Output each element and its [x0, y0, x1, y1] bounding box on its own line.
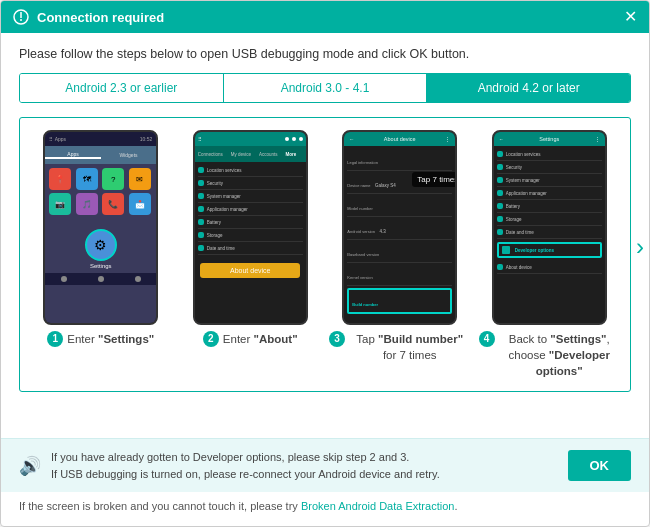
tab-android-42[interactable]: Android 4.2 or later [427, 74, 630, 102]
info-line2: If USB debugging is turned on, please re… [51, 468, 440, 480]
connection-icon [13, 9, 29, 25]
step-4-label: 4 Back to "Settings", choose "Developer … [479, 331, 621, 379]
window-title: Connection required [37, 10, 164, 25]
tab-android-30[interactable]: Android 3.0 - 4.1 [224, 74, 428, 102]
about-device-label: About device [200, 263, 300, 278]
build-number-label: Build number [352, 302, 378, 307]
step-4-num: 4 [479, 331, 495, 347]
close-button[interactable]: ✕ [624, 9, 637, 25]
titlebar-left: Connection required [13, 9, 164, 25]
phone-1: ⠿ Apps 10:52 Apps Widgets 📍 🗺 ? ✉ [43, 130, 158, 325]
step-2-label: 2 Enter "About" [203, 331, 298, 347]
footer: If the screen is broken and you cannot t… [1, 492, 649, 526]
step-3-num: 3 [329, 331, 345, 347]
phone-2-screen: ⠿ Connections My device Accounts More [195, 132, 306, 323]
footer-suffix: . [454, 500, 457, 512]
ok-button[interactable]: OK [568, 450, 632, 481]
step-3-label: 3 Tap "Build number" for 7 times [329, 331, 471, 363]
tap7-label: Tap 7 times [412, 172, 457, 187]
broken-android-link[interactable]: Broken Android Data Extraction [301, 500, 454, 512]
footer-prefix: If the screen is broken and you cannot t… [19, 500, 301, 512]
android-version-tabs: Android 2.3 or earlier Android 3.0 - 4.1… [19, 73, 631, 103]
steps-container: ⠿ Apps 10:52 Apps Widgets 📍 🗺 ? ✉ [19, 117, 631, 392]
step-1-num: 1 [47, 331, 63, 347]
step-3: ← About device ⋮ Legal information Devic… [329, 130, 471, 363]
svg-point-2 [20, 19, 22, 21]
subtitle-text: Please follow the steps below to open US… [19, 47, 631, 61]
step-2-num: 2 [203, 331, 219, 347]
phone-3: ← About device ⋮ Legal information Devic… [342, 130, 457, 325]
next-chevron[interactable]: › [636, 232, 644, 260]
main-window: Connection required ✕ Please follow the … [0, 0, 650, 527]
speaker-icon: 🔊 [19, 455, 41, 477]
info-text: If you have already gotten to Developer … [51, 449, 558, 482]
content-area: Please follow the steps below to open US… [1, 33, 649, 438]
step-1: ⠿ Apps 10:52 Apps Widgets 📍 🗺 ? ✉ [30, 130, 172, 347]
phone-4-screen: ← Settings ⋮ Location services Se [494, 132, 605, 323]
phone-1-screen: ⠿ Apps 10:52 Apps Widgets 📍 🗺 ? ✉ [45, 132, 156, 323]
dev-options-label: Developer options [515, 248, 554, 253]
titlebar: Connection required ✕ [1, 1, 649, 33]
info-line1: If you have already gotten to Developer … [51, 451, 409, 463]
phone-3-screen: ← About device ⋮ Legal information Devic… [344, 132, 455, 323]
phone-2: ⠿ Connections My device Accounts More [193, 130, 308, 325]
info-bar: 🔊 If you have already gotten to Develope… [1, 438, 649, 492]
step-2: ⠿ Connections My device Accounts More [180, 130, 322, 347]
step-1-label: 1 Enter "Settings" [47, 331, 154, 347]
phone-4: ← Settings ⋮ Location services Se [492, 130, 607, 325]
step-4: ← Settings ⋮ Location services Se [479, 130, 621, 379]
tab-android-23[interactable]: Android 2.3 or earlier [20, 74, 224, 102]
